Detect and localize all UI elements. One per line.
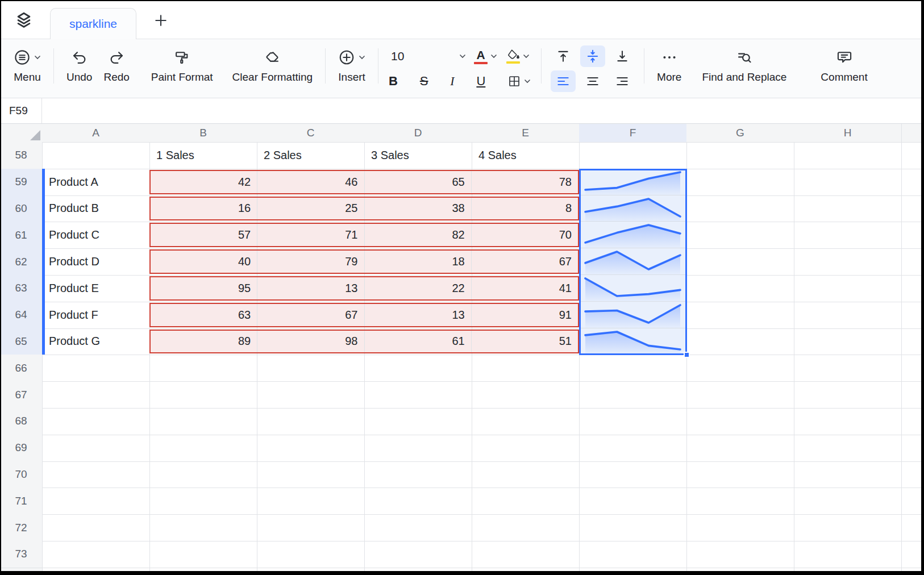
cell-value[interactable]: 65 <box>365 171 472 193</box>
align-center-button[interactable] <box>580 70 605 92</box>
cell-value[interactable]: 78 <box>472 171 578 193</box>
row-header-66[interactable]: 66 <box>0 355 42 381</box>
column-header-a[interactable]: A <box>42 124 149 142</box>
cell-value[interactable]: 71 <box>257 224 364 246</box>
cell-value[interactable]: 57 <box>151 224 257 246</box>
row-header-62[interactable]: 62 <box>0 248 42 275</box>
row-header-71[interactable]: 71 <box>0 488 42 514</box>
cell-value[interactable]: 13 <box>365 304 472 326</box>
borders-button[interactable] <box>507 70 531 92</box>
select-all-corner[interactable] <box>0 124 42 142</box>
cell-value[interactable]: 89 <box>151 331 257 353</box>
cell-value[interactable]: 42 <box>151 171 257 193</box>
row-header-65[interactable]: 65 <box>0 328 42 355</box>
cell-sparkline[interactable] <box>579 328 686 355</box>
cell-value[interactable]: 61 <box>365 331 472 353</box>
cell-product-name[interactable]: Product G <box>49 328 145 355</box>
paint-format-button[interactable]: Paint Format <box>145 45 219 93</box>
cell-sparkline[interactable] <box>579 169 686 195</box>
row-header-63[interactable]: 63 <box>0 275 42 302</box>
cell-sparkline[interactable] <box>579 302 686 328</box>
cell-value[interactable]: 18 <box>365 251 472 273</box>
cell-value[interactable]: 82 <box>365 224 472 246</box>
column-header-b[interactable]: B <box>149 124 257 142</box>
cell-value[interactable]: 67 <box>257 304 364 326</box>
align-right-button[interactable] <box>610 70 635 92</box>
cell-product-name[interactable]: Product F <box>49 302 145 328</box>
cell-product-name[interactable]: Product E <box>49 275 145 302</box>
column-header-f[interactable]: F <box>579 124 686 142</box>
row-header-61[interactable]: 61 <box>0 222 42 248</box>
cell-value[interactable]: 41 <box>472 277 578 299</box>
insert-button[interactable]: Insert <box>332 45 371 93</box>
cell-value[interactable]: 25 <box>257 198 364 220</box>
cell-value[interactable]: 91 <box>472 304 578 326</box>
cell-value[interactable]: 46 <box>257 171 364 193</box>
cell-sparkline[interactable] <box>579 248 686 275</box>
cell-value[interactable]: 13 <box>257 277 364 299</box>
add-sheet-button[interactable] <box>149 11 173 30</box>
more-button[interactable]: More <box>651 45 687 93</box>
redo-button[interactable]: Redo <box>98 45 135 93</box>
cell-value[interactable]: 22 <box>365 277 472 299</box>
cell-product-name[interactable]: Product D <box>49 248 145 275</box>
underline-button[interactable]: U <box>476 74 485 89</box>
vertical-align-top-button[interactable] <box>551 45 576 67</box>
sheet-overview-button[interactable] <box>14 10 34 31</box>
row-header-58[interactable]: 58 <box>0 142 42 169</box>
font-size-select[interactable]: 10 <box>385 49 469 63</box>
undo-button[interactable]: Undo <box>61 45 98 93</box>
column-header-e[interactable]: E <box>472 124 579 142</box>
menu-button[interactable]: Menu <box>8 45 47 93</box>
cell-sparkline[interactable] <box>579 222 686 248</box>
column-header-g[interactable]: G <box>686 124 794 142</box>
row-header-69[interactable]: 69 <box>0 435 42 461</box>
selection-fill-handle[interactable] <box>684 352 690 358</box>
column-header-d[interactable]: D <box>364 124 472 142</box>
cell-value[interactable]: 63 <box>151 304 257 326</box>
column-header-c[interactable]: C <box>257 124 364 142</box>
cell-product-name[interactable]: Product A <box>49 169 145 195</box>
cell-product-name[interactable]: Product B <box>49 195 145 222</box>
cell-value[interactable]: 98 <box>257 331 364 353</box>
cell-value[interactable]: 16 <box>151 198 257 220</box>
align-left-button[interactable] <box>551 70 576 92</box>
sheet-tab-sparkline[interactable]: sparkline <box>50 8 136 39</box>
cell-value[interactable]: 40 <box>151 251 257 273</box>
cell-sales-header[interactable]: 2 Sales <box>264 142 360 169</box>
row-header-67[interactable]: 67 <box>0 381 42 408</box>
name-box[interactable]: F59 <box>0 98 42 123</box>
row-header-70[interactable]: 70 <box>0 461 42 488</box>
cell-value[interactable]: 70 <box>472 224 578 246</box>
cell-value[interactable]: 79 <box>257 251 364 273</box>
cell-value[interactable]: 51 <box>472 331 578 353</box>
clear-formatting-button[interactable]: Clear Formatting <box>227 45 319 93</box>
row-header-68[interactable]: 68 <box>0 408 42 435</box>
formula-input[interactable] <box>43 98 924 123</box>
cell-product-name[interactable]: Product C <box>49 222 145 248</box>
cell-value[interactable]: 67 <box>472 251 578 273</box>
cell-value[interactable]: 8 <box>472 198 578 220</box>
cell-sparkline[interactable] <box>579 195 686 222</box>
comment-button[interactable]: Comment <box>815 45 873 93</box>
row-header-60[interactable]: 60 <box>0 195 42 222</box>
column-header-h[interactable]: H <box>794 124 901 142</box>
row-header-73[interactable]: 73 <box>0 541 42 568</box>
row-header-64[interactable]: 64 <box>0 302 42 328</box>
row-header-72[interactable]: 72 <box>0 514 42 541</box>
bold-button[interactable]: B <box>389 74 398 89</box>
cell-value[interactable]: 38 <box>365 198 472 220</box>
cell-sales-header[interactable]: 1 Sales <box>156 142 252 169</box>
text-color-button[interactable]: A <box>469 45 502 67</box>
italic-button[interactable]: I <box>450 74 454 89</box>
fill-color-button[interactable] <box>502 45 534 67</box>
cell-value[interactable]: 95 <box>151 277 257 299</box>
cell-sales-header[interactable]: 4 Sales <box>478 142 575 169</box>
strikethrough-button[interactable]: S <box>420 74 428 89</box>
cell-sparkline[interactable] <box>579 275 686 302</box>
vertical-align-bottom-button[interactable] <box>610 45 635 67</box>
find-and-replace-button[interactable]: Find and Replace <box>696 45 792 93</box>
cell-sales-header[interactable]: 3 Sales <box>371 142 467 169</box>
row-header-59[interactable]: 59 <box>0 169 42 195</box>
vertical-align-middle-button[interactable] <box>580 45 605 67</box>
